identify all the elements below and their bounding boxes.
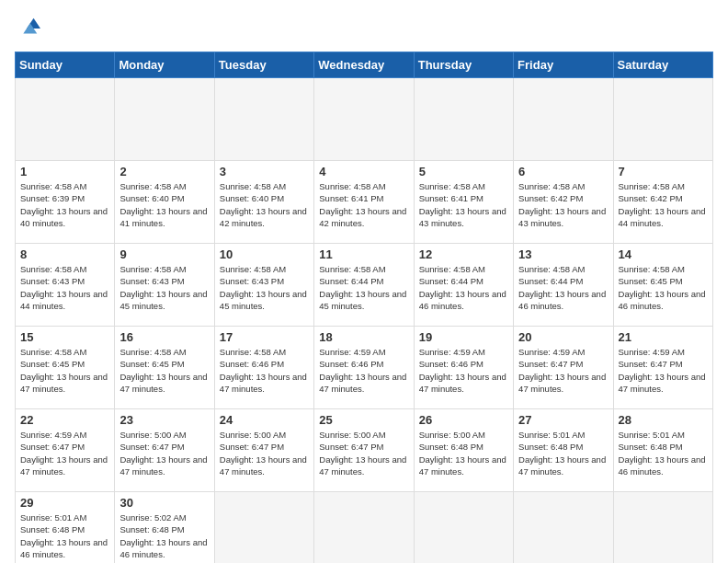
calendar-day-cell: 26Sunrise: 5:00 AMSunset: 6:48 PMDayligh…: [414, 409, 513, 492]
day-info: Sunrise: 4:58 AMSunset: 6:45 PMDaylight:…: [119, 346, 209, 395]
calendar-day-cell: 7Sunrise: 4:58 AMSunset: 6:42 PMDaylight…: [613, 161, 712, 244]
day-info: Sunrise: 4:59 AMSunset: 6:47 PMDaylight:…: [619, 346, 708, 395]
day-info: Sunrise: 4:58 AMSunset: 6:45 PMDaylight:…: [20, 346, 109, 395]
column-header-sunday: Sunday: [16, 52, 115, 78]
day-number: 27: [518, 413, 608, 427]
day-info: Sunrise: 4:59 AMSunset: 6:46 PMDaylight:…: [319, 346, 408, 395]
day-number: 29: [20, 496, 109, 510]
day-number: 15: [20, 330, 109, 344]
day-number: 18: [319, 330, 408, 344]
calendar-day-cell: 11Sunrise: 4:58 AMSunset: 6:44 PMDayligh…: [314, 244, 414, 327]
day-info: Sunrise: 4:58 AMSunset: 6:39 PMDaylight:…: [20, 180, 109, 229]
calendar-day-cell: [214, 492, 313, 564]
calendar-day-cell: [613, 78, 712, 161]
calendar-day-cell: 8Sunrise: 4:58 AMSunset: 6:43 PMDaylight…: [16, 244, 115, 327]
calendar-day-cell: 2Sunrise: 4:58 AMSunset: 6:40 PMDaylight…: [115, 161, 214, 244]
calendar-day-cell: 25Sunrise: 5:00 AMSunset: 6:47 PMDayligh…: [314, 409, 414, 492]
day-number: 21: [619, 330, 708, 344]
day-number: 17: [220, 330, 309, 344]
day-number: 22: [20, 413, 109, 427]
column-header-wednesday: Wednesday: [314, 52, 414, 78]
calendar-header-row: SundayMondayTuesdayWednesdayThursdayFrid…: [16, 52, 713, 78]
calendar-day-cell: 9Sunrise: 4:58 AMSunset: 6:43 PMDaylight…: [115, 244, 214, 327]
day-info: Sunrise: 5:02 AMSunset: 6:48 PMDaylight:…: [119, 511, 209, 560]
calendar-day-cell: 16Sunrise: 4:58 AMSunset: 6:45 PMDayligh…: [115, 327, 214, 409]
calendar-day-cell: 13Sunrise: 4:58 AMSunset: 6:44 PMDayligh…: [514, 244, 613, 327]
calendar-day-cell: 27Sunrise: 5:01 AMSunset: 6:48 PMDayligh…: [514, 409, 613, 492]
calendar-day-cell: 15Sunrise: 4:58 AMSunset: 6:45 PMDayligh…: [16, 327, 115, 409]
calendar-week-row: [16, 78, 713, 161]
day-info: Sunrise: 5:00 AMSunset: 6:47 PMDaylight:…: [319, 429, 408, 477]
day-number: 19: [419, 330, 508, 344]
calendar-week-row: 1Sunrise: 4:58 AMSunset: 6:39 PMDaylight…: [16, 161, 713, 244]
day-info: Sunrise: 5:01 AMSunset: 6:48 PMDaylight:…: [518, 429, 608, 477]
day-number: 23: [119, 413, 209, 427]
calendar-day-cell: 24Sunrise: 5:00 AMSunset: 6:47 PMDayligh…: [214, 409, 313, 492]
calendar-day-cell: 4Sunrise: 4:58 AMSunset: 6:41 PMDaylight…: [314, 161, 414, 244]
day-number: 3: [220, 165, 309, 178]
calendar-table: SundayMondayTuesdayWednesdayThursdayFrid…: [15, 52, 713, 563]
calendar-day-cell: 22Sunrise: 4:59 AMSunset: 6:47 PMDayligh…: [16, 409, 115, 492]
day-info: Sunrise: 4:58 AMSunset: 6:43 PMDaylight:…: [220, 263, 309, 312]
day-info: Sunrise: 4:58 AMSunset: 6:42 PMDaylight:…: [619, 180, 708, 229]
day-info: Sunrise: 4:59 AMSunset: 6:47 PMDaylight:…: [518, 346, 608, 395]
day-info: Sunrise: 4:59 AMSunset: 6:47 PMDaylight:…: [20, 429, 109, 477]
day-info: Sunrise: 4:58 AMSunset: 6:43 PMDaylight:…: [119, 263, 209, 312]
calendar-day-cell: [16, 78, 115, 161]
day-info: Sunrise: 5:01 AMSunset: 6:48 PMDaylight:…: [619, 429, 708, 477]
day-number: 1: [20, 165, 109, 178]
day-number: 4: [319, 165, 408, 178]
column-header-friday: Friday: [514, 52, 613, 78]
day-info: Sunrise: 4:58 AMSunset: 6:41 PMDaylight:…: [419, 180, 508, 229]
day-info: Sunrise: 4:58 AMSunset: 6:44 PMDaylight:…: [419, 263, 508, 312]
calendar-day-cell: [514, 78, 613, 161]
calendar-day-cell: 5Sunrise: 4:58 AMSunset: 6:41 PMDaylight…: [414, 161, 513, 244]
day-number: 9: [119, 247, 209, 261]
calendar-day-cell: 20Sunrise: 4:59 AMSunset: 6:47 PMDayligh…: [514, 327, 613, 409]
calendar-day-cell: 21Sunrise: 4:59 AMSunset: 6:47 PMDayligh…: [613, 327, 712, 409]
calendar-day-cell: 12Sunrise: 4:58 AMSunset: 6:44 PMDayligh…: [414, 244, 513, 327]
calendar-day-cell: 10Sunrise: 4:58 AMSunset: 6:43 PMDayligh…: [214, 244, 313, 327]
day-info: Sunrise: 5:01 AMSunset: 6:48 PMDaylight:…: [20, 511, 109, 560]
calendar-day-cell: 23Sunrise: 5:00 AMSunset: 6:47 PMDayligh…: [115, 409, 214, 492]
calendar-day-cell: 14Sunrise: 4:58 AMSunset: 6:45 PMDayligh…: [613, 244, 712, 327]
day-number: 20: [518, 330, 608, 344]
column-header-tuesday: Tuesday: [214, 52, 313, 78]
day-number: 16: [119, 330, 209, 344]
day-info: Sunrise: 5:00 AMSunset: 6:48 PMDaylight:…: [419, 429, 508, 477]
calendar-day-cell: [613, 492, 712, 564]
column-header-monday: Monday: [115, 52, 214, 78]
calendar-week-row: 22Sunrise: 4:59 AMSunset: 6:47 PMDayligh…: [16, 409, 713, 492]
day-info: Sunrise: 4:58 AMSunset: 6:43 PMDaylight:…: [20, 263, 109, 312]
calendar-day-cell: 6Sunrise: 4:58 AMSunset: 6:42 PMDaylight…: [514, 161, 613, 244]
calendar-week-row: 29Sunrise: 5:01 AMSunset: 6:48 PMDayligh…: [16, 492, 713, 564]
day-info: Sunrise: 4:58 AMSunset: 6:40 PMDaylight:…: [119, 180, 209, 229]
calendar-day-cell: [414, 492, 513, 564]
calendar-day-cell: [514, 492, 613, 564]
day-number: 11: [319, 247, 408, 261]
logo: [15, 15, 44, 40]
day-info: Sunrise: 5:00 AMSunset: 6:47 PMDaylight:…: [119, 429, 209, 477]
day-number: 28: [619, 413, 708, 427]
day-number: 14: [619, 247, 708, 261]
calendar-day-cell: [414, 78, 513, 161]
day-number: 7: [619, 165, 708, 178]
calendar-week-row: 15Sunrise: 4:58 AMSunset: 6:45 PMDayligh…: [16, 327, 713, 409]
logo-icon: [15, 15, 40, 40]
calendar-day-cell: 19Sunrise: 4:59 AMSunset: 6:46 PMDayligh…: [414, 327, 513, 409]
calendar-day-cell: 3Sunrise: 4:58 AMSunset: 6:40 PMDaylight…: [214, 161, 313, 244]
day-info: Sunrise: 4:58 AMSunset: 6:44 PMDaylight:…: [518, 263, 608, 312]
day-info: Sunrise: 4:58 AMSunset: 6:40 PMDaylight:…: [220, 180, 309, 229]
day-number: 13: [518, 247, 608, 261]
day-info: Sunrise: 4:58 AMSunset: 6:41 PMDaylight:…: [319, 180, 408, 229]
day-number: 12: [419, 247, 508, 261]
day-info: Sunrise: 4:58 AMSunset: 6:44 PMDaylight:…: [319, 263, 408, 312]
calendar-day-cell: 17Sunrise: 4:58 AMSunset: 6:46 PMDayligh…: [214, 327, 313, 409]
day-info: Sunrise: 5:00 AMSunset: 6:47 PMDaylight:…: [220, 429, 309, 477]
calendar-day-cell: [314, 78, 414, 161]
calendar-day-cell: 30Sunrise: 5:02 AMSunset: 6:48 PMDayligh…: [115, 492, 214, 564]
day-info: Sunrise: 4:58 AMSunset: 6:42 PMDaylight:…: [518, 180, 608, 229]
day-info: Sunrise: 4:59 AMSunset: 6:46 PMDaylight:…: [419, 346, 508, 395]
day-number: 24: [220, 413, 309, 427]
calendar-week-row: 8Sunrise: 4:58 AMSunset: 6:43 PMDaylight…: [16, 244, 713, 327]
